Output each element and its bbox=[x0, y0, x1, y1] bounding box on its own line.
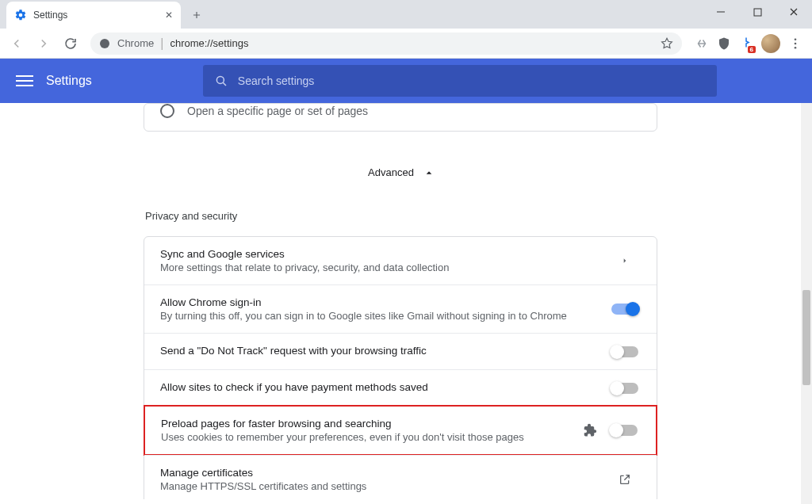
advanced-toggle[interactable]: Advanced bbox=[144, 166, 657, 178]
startup-option-label[interactable]: Open a specific page or set of pages bbox=[187, 105, 368, 117]
row-preload-pages: Preload pages for faster browsing and se… bbox=[144, 405, 657, 456]
close-icon[interactable]: ✕ bbox=[165, 10, 173, 21]
menu-icon[interactable] bbox=[788, 36, 802, 51]
toggle-allow-signin[interactable] bbox=[611, 304, 638, 315]
menu-hamburger-icon[interactable] bbox=[16, 75, 33, 86]
row-payment-check: Allow sites to check if you have payment… bbox=[144, 369, 657, 406]
svg-point-4 bbox=[795, 46, 797, 48]
svg-point-5 bbox=[216, 76, 224, 83]
row-allow-signin: Allow Chrome sign-in By turning this off… bbox=[144, 284, 657, 333]
reload-button[interactable] bbox=[59, 32, 82, 55]
close-window-button[interactable] bbox=[776, 0, 812, 24]
puzzle-piece-icon bbox=[581, 422, 597, 438]
startup-card: Open a specific page or set of pages bbox=[144, 103, 657, 132]
svg-rect-0 bbox=[754, 9, 761, 16]
toggle-dnt[interactable] bbox=[611, 346, 638, 357]
extension-icons: 6 bbox=[690, 34, 807, 53]
vertical-scrollbar[interactable] bbox=[801, 103, 812, 504]
toggle-preload[interactable] bbox=[611, 425, 638, 436]
window-titlebar: Settings ✕ bbox=[0, 0, 812, 29]
extension-icon[interactable] bbox=[695, 36, 709, 51]
row-sync-google-services[interactable]: Sync and Google services More settings t… bbox=[144, 237, 657, 284]
search-settings-box[interactable] bbox=[203, 65, 717, 97]
privacy-card: Sync and Google services More settings t… bbox=[144, 236, 657, 499]
svg-point-1 bbox=[100, 39, 109, 48]
minimize-button[interactable] bbox=[703, 0, 739, 24]
svg-point-2 bbox=[795, 38, 797, 40]
extension-badge-icon[interactable]: 6 bbox=[739, 36, 753, 51]
page-title: Settings bbox=[46, 74, 92, 88]
section-title: Privacy and security bbox=[145, 210, 656, 222]
url-text: chrome://settings bbox=[170, 37, 248, 49]
row-do-not-track: Send a "Do Not Track" request with your … bbox=[144, 333, 657, 369]
settings-header: Settings bbox=[0, 59, 812, 103]
window-controls bbox=[703, 0, 812, 24]
chevron-right-icon bbox=[609, 256, 641, 265]
gear-icon bbox=[14, 9, 27, 21]
search-icon bbox=[214, 74, 228, 88]
browser-toolbar: Chrome | chrome://settings 6 bbox=[0, 29, 812, 59]
tab-title: Settings bbox=[33, 10, 159, 21]
address-bar[interactable]: Chrome | chrome://settings bbox=[90, 32, 682, 55]
chevron-up-icon bbox=[425, 169, 433, 177]
external-link-icon bbox=[609, 473, 641, 486]
row-manage-certificates[interactable]: Manage certificates Manage HTTPS/SSL cer… bbox=[144, 455, 657, 499]
svg-point-3 bbox=[795, 42, 797, 44]
toggle-payment[interactable] bbox=[611, 383, 638, 394]
origin-label: Chrome bbox=[117, 37, 154, 49]
shield-icon[interactable] bbox=[717, 36, 731, 51]
profile-avatar[interactable] bbox=[761, 34, 780, 53]
browser-tab[interactable]: Settings ✕ bbox=[6, 2, 181, 29]
search-input[interactable] bbox=[238, 74, 706, 87]
site-info-icon[interactable] bbox=[98, 37, 111, 50]
bookmark-star-icon[interactable] bbox=[660, 36, 674, 51]
settings-content: Open a specific page or set of pages Adv… bbox=[0, 103, 801, 499]
back-button[interactable] bbox=[5, 32, 29, 55]
scrollbar-thumb[interactable] bbox=[802, 290, 810, 385]
forward-button[interactable] bbox=[32, 32, 56, 55]
maximize-button[interactable] bbox=[739, 0, 776, 24]
new-tab-button[interactable] bbox=[186, 4, 208, 26]
radio-unchecked-icon[interactable] bbox=[160, 104, 174, 118]
